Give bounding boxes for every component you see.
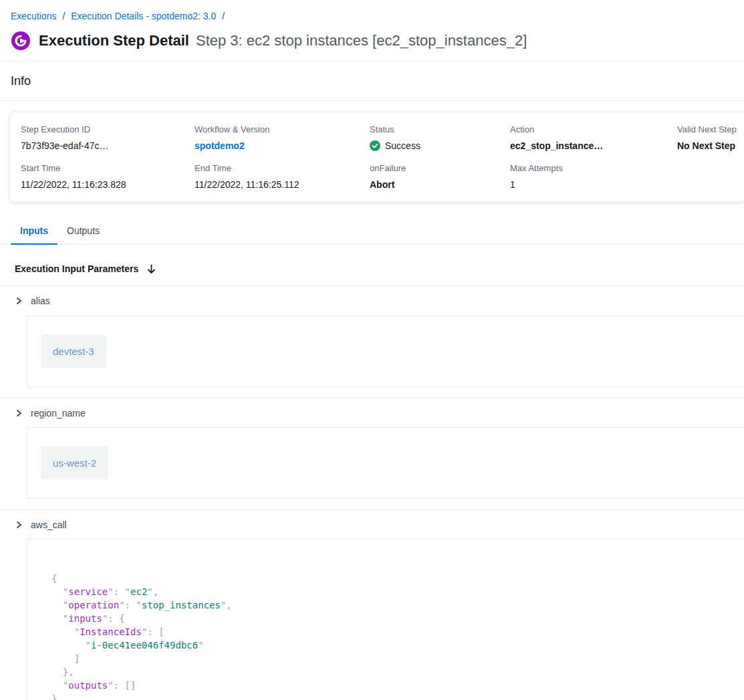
page-title: Execution Step Detail xyxy=(39,32,189,49)
field-start-time: Start Time 11/22/2022, 11:16:23.828 xyxy=(21,163,195,190)
field-label: Workflow & Version xyxy=(195,124,370,134)
region-name-value-chip[interactable]: us-west-2 xyxy=(41,447,108,479)
info-section-heading: Info xyxy=(0,61,744,100)
arrow-down-icon[interactable] xyxy=(146,264,156,274)
region-name-value-panel: us-west-2 xyxy=(27,427,744,499)
field-label: Action xyxy=(510,124,677,134)
field-onfailure: onFailure Abort xyxy=(370,163,510,190)
chevron-right-icon[interactable] xyxy=(15,521,23,529)
field-label: Step Execution ID xyxy=(21,124,195,134)
field-label: End Time xyxy=(195,163,370,173)
tab-bar: Inputs Outputs xyxy=(0,217,744,245)
field-workflow-version: Workflow & Version spotdemo2 xyxy=(195,124,370,151)
info-heading-divider xyxy=(0,100,744,101)
execution-input-parameters-label: Execution Input Parameters xyxy=(15,263,138,274)
breadcrumb-separator: / xyxy=(222,11,225,21)
field-step-execution-id: Step Execution ID 7b73f93e-edaf-47c… xyxy=(21,124,195,151)
page-subtitle: Step 3: ec2 stop instances [ec2_stop_ins… xyxy=(196,32,527,49)
section-header-aws-call[interactable]: aws_call xyxy=(0,509,744,539)
field-label: Start Time xyxy=(21,163,195,173)
json-code: { "service": "ec2", "operation": "stop_i… xyxy=(51,572,744,700)
field-value: 1 xyxy=(510,179,677,190)
field-max-attempts: Max Attempts 1 xyxy=(510,163,677,190)
breadcrumb-link-execution-details[interactable]: Execution Details - spotdemo2: 3.0 xyxy=(71,11,216,21)
tab-inputs[interactable]: Inputs xyxy=(11,217,57,244)
field-valid-next-step: Valid Next Step No Next Step xyxy=(677,124,744,151)
field-value: ec2_stop_instance… xyxy=(510,140,677,151)
status-text: Success xyxy=(385,140,420,151)
section-name: region_name xyxy=(31,408,86,419)
section-header-alias[interactable]: alias xyxy=(0,286,744,316)
field-label: Valid Next Step xyxy=(677,124,744,134)
section-name: aws_call xyxy=(31,519,67,530)
status-badge: Success xyxy=(370,140,510,151)
workflow-logo-icon xyxy=(11,31,31,51)
alias-value-chip[interactable]: devtest-3 xyxy=(41,335,106,368)
field-label: Status xyxy=(370,124,510,134)
success-check-icon xyxy=(370,140,380,151)
breadcrumb: Executions / Execution Details - spotdem… xyxy=(0,0,744,24)
field-status: Status Success xyxy=(370,124,510,151)
page: Executions / Execution Details - spotdem… xyxy=(0,0,744,700)
info-card: Step Execution ID 7b73f93e-edaf-47c… Wor… xyxy=(9,112,744,203)
field-value: 11/22/2022, 11:16:25.112 xyxy=(195,179,370,190)
field-value: No Next Step xyxy=(677,140,744,151)
page-header: Execution Step Detail Step 3: ec2 stop i… xyxy=(0,24,744,60)
chevron-right-icon[interactable] xyxy=(15,409,23,417)
breadcrumb-link-executions[interactable]: Executions xyxy=(11,11,56,21)
field-value: 11/22/2022, 11:16:23.828 xyxy=(21,179,195,190)
workflow-link[interactable]: spotdemo2 xyxy=(195,140,370,151)
section-name: alias xyxy=(31,296,50,306)
field-label: Max Attempts xyxy=(510,163,677,173)
breadcrumb-separator: / xyxy=(62,11,65,21)
field-empty xyxy=(677,163,744,190)
aws-call-value-panel: { "service": "ec2", "operation": "stop_i… xyxy=(27,539,744,700)
field-end-time: End Time 11/22/2022, 11:16:25.112 xyxy=(195,163,370,190)
field-label: onFailure xyxy=(370,163,510,173)
execution-input-parameters-heading: Execution Input Parameters xyxy=(0,245,744,286)
field-value: 7b73f93e-edaf-47c… xyxy=(21,140,195,151)
field-value: Abort xyxy=(370,179,510,190)
section-header-region-name[interactable]: region_name xyxy=(0,398,744,427)
field-action: Action ec2_stop_instance… xyxy=(510,124,677,151)
chevron-right-icon[interactable] xyxy=(15,297,23,305)
alias-value-panel: devtest-3 xyxy=(27,316,744,387)
tab-outputs[interactable]: Outputs xyxy=(57,217,109,244)
